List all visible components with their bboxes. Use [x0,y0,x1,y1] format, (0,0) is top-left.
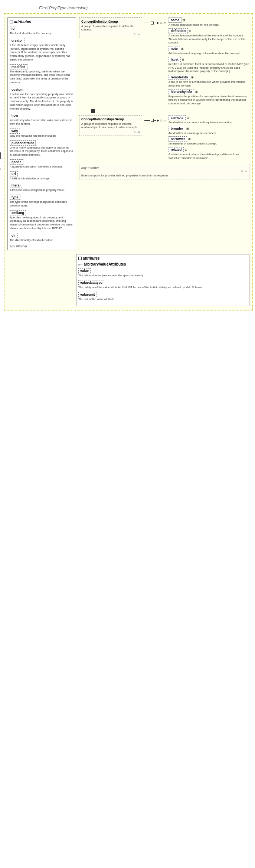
bottom-attr-label: attributes [83,256,100,260]
elem-narrower-box: narrower [169,136,187,142]
attr-custom-name: custom [10,87,25,92]
any-other-ext-box: any ##other 0...∞ Extension point for pr… [79,164,249,180]
bottom-attr-valuedatatype-name: valuedatatype [78,280,104,285]
flex-ext-prop-type-box: FlexExtPropType [0,153,1,159]
elem-remoteinfo-icon: ⊞ [191,76,194,79]
elem-definition-desc: A natural language definition of the sem… [169,34,249,45]
elem-narrower-row: narrower ⊞ An identifier of a more speci… [169,136,249,146]
elem-sameas-desc: An identifier of a concept with equivale… [169,121,249,124]
elem-sameas-icon: ⊞ [187,116,189,120]
attr-uri: uri A URI which identifies a concept. [10,171,74,181]
attr-dir-desc: The directionality of textual content. [10,238,74,242]
attr-uri-name: uri [10,171,18,176]
attr-id-name: id [10,26,16,31]
bottom-attr-valueunit: valueunit The unit of the value attribut… [78,292,247,301]
concept-rel-cardinality: 0...∞ [81,130,140,134]
mid-conn-line2 [96,111,98,111]
bottom-attr-valueunit-desc: The unit of the value attribute. [78,298,247,301]
elem-hierarchyinfo-icon: ⊞ [195,90,198,94]
attr-type-desc: The type of the concept assigned as cont… [10,200,74,208]
elem-hierarchyinfo-row: hierarchyInfo ⊞ Represents the position … [169,89,249,105]
concept-rel-row: ConceptRelationshipsGroup A group of pro… [79,115,249,160]
page-container: Flex1PropType (extension) FlexExtPropTyp… [0,0,255,314]
page-title: Flex1PropType (extension) [39,6,253,10]
attr-literal-desc: A free-text value assigned as property v… [10,188,74,192]
any-other-attr: any ##other [10,244,74,248]
elem-sameas-box: sameAs [169,115,186,120]
attributes-panel: attributes id The local identifier of th… [7,17,76,250]
attr-type-name: type [10,195,20,200]
arbitrary-label-row: grp arbitraryValueAttributes [78,262,247,266]
concept-rel-group-label: ConceptRelationshipsGroup [81,117,140,121]
bottom-attr-valuedatatype-desc: The datatype of the value attribute. It … [78,286,247,289]
attr-modified-name: modified [10,64,27,69]
elem-name-icon: ⊞ [183,19,185,22]
attr-creator: creator If the attribute is empty, speci… [10,38,74,62]
arbitrary-name: arbitraryValueAttributes [84,262,126,266]
any-other-ext-label: any ##other [81,166,247,170]
concept-def-row: ConceptDefinitionGroup A group of proper… [79,17,249,105]
elem-sameas-row: sameAs ⊞ An identifier of a concept with… [169,115,249,124]
elem-facet-icon: ⊞ [182,58,184,61]
bottom-attr-value-desc: The relevant value (see more in the spec… [78,274,247,277]
concept-def-group-box: ConceptDefinitionGroup A group of proper… [79,17,142,38]
bottom-attr-value-name: value [78,268,91,273]
attr-qcode: qcode A qualified code which identifies … [10,159,74,169]
elem-related-row: related ⊞ A related concept, where the r… [169,147,249,160]
attr-qcode-desc: A qualified code which identifies a conc… [10,165,74,169]
rel-conn-card: 0...∞ [160,119,166,122]
concept-def-group-label: ConceptDefinitionGroup [81,20,140,23]
rel-conn-line2 [154,120,156,121]
elem-broader-desc: An identifier of a more generic concept. [169,131,249,135]
attr-id: id The local identifier of the property. [10,26,74,35]
elem-facet-desc: In NAR 1.8 and later, facet is deprecate… [169,62,249,73]
attr-xmllang-name: xmllang [10,210,26,215]
middle-connector [79,109,249,113]
attributes-header: attributes [10,20,74,24]
bottom-attr-header: attributes [78,256,247,260]
attr-literal-name: literal [10,183,22,188]
elem-broader-row: broader ⊞ An identifier of a more generi… [169,126,249,135]
attr-xmllang: xmllang Specifies the language of this p… [10,210,74,230]
attr-modified-desc: The date (and, optionally, the time) whe… [10,70,74,84]
conn-card: 0...∞ [160,21,166,25]
elem-broader-icon: ⊞ [186,127,189,130]
attr-xmllang-desc: Specifies the language of this property,… [10,216,74,230]
right-diagram: ConceptDefinitionGroup A group of proper… [79,17,249,179]
attr-dir-name: dir [10,233,18,238]
attr-custom-desc: If set to true the corresponding propert… [10,92,74,111]
bottom-attr-value: value The relevant value (see more in th… [78,268,247,277]
elem-broader-box: broader [169,126,186,131]
attr-dir: dir The directionality of textual conten… [10,233,74,242]
bottom-attr-icon [78,257,82,260]
elem-remoteinfo-desc: A link to an item or a web resource whic… [169,80,249,88]
rel-connectors: ▶ 0...∞ [144,119,166,122]
attr-creator-desc: If the attribute is empty, specifies whi… [10,43,74,62]
attr-custom: custom If set to true the corresponding … [10,87,74,111]
elem-definition-row: definition ⊞ A natural language definiti… [169,28,249,45]
conn-box1 [151,22,154,25]
rel-conn-box [151,119,154,122]
attr-literal: literal A free-text value assigned as pr… [10,183,74,192]
elem-remoteinfo-box: remoteInfo [169,75,190,80]
elem-related-icon: ⊞ [185,148,187,152]
attr-pubconstraint: pubconstraint One or many constraints th… [10,140,74,157]
elem-hierarchyinfo-desc: Represents the position of a concept in … [169,95,249,105]
attr-why: why Why the metadata has been included. [10,129,74,138]
rel-conn-line1 [144,120,150,121]
elem-definition-box: definition [169,28,188,33]
attr-id-desc: The local identifier of the property. [10,32,74,35]
concept-rel-elements: sameAs ⊞ An identifier of a concept with… [169,115,249,160]
elem-note-box: note [169,46,180,51]
concept-def-elements: name ⊞ A natural language name for the c… [169,17,249,105]
component-outer: FlexExtPropType Flexible generic PCL-typ… [4,13,253,311]
attr-how: how Indicates by which means the value w… [10,113,74,126]
elem-name-box: name [169,17,182,23]
elem-facet-row: facet ⊞ In NAR 1.8 and later, facet is d… [169,57,249,73]
any-other-ext-desc: Extension point for provider-defined pro… [81,174,247,178]
top-diagram-row: attributes id The local identifier of th… [7,17,249,250]
attr-how-desc: Indicates by which means the value was e… [10,118,74,126]
elem-related-desc: A related concept, where the relationshi… [169,153,249,160]
attr-qcode-name: qcode [10,159,23,165]
bottom-attr-box: attributes grp arbitraryValueAttributes … [76,254,249,306]
